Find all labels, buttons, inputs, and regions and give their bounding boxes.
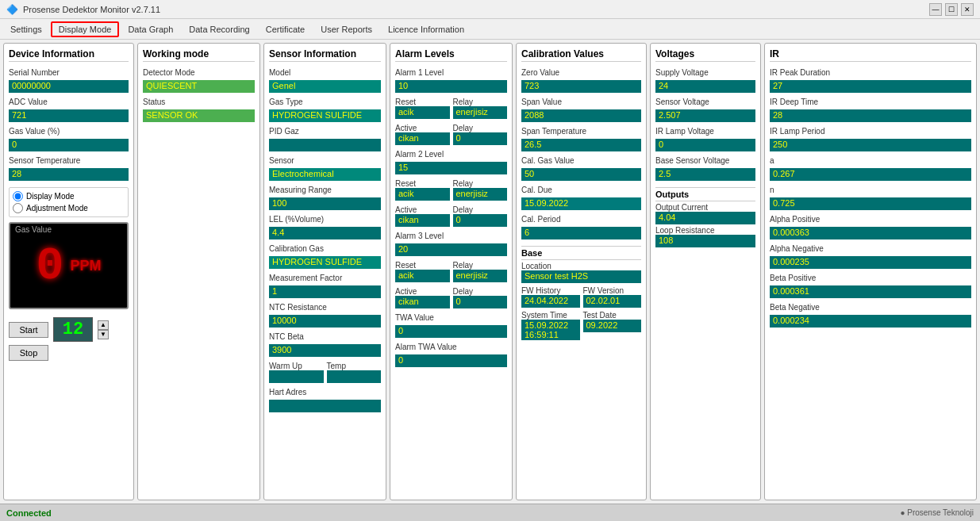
calib-values-title: Calibration Values <box>521 48 641 62</box>
stop-button[interactable]: Stop <box>9 345 48 361</box>
adc-value-label: ADC Value <box>9 98 129 106</box>
beta-positive-value: 0.000361 <box>770 285 971 298</box>
alarm2-delay-label: Delay <box>453 205 508 214</box>
hart-adres-value <box>269 400 381 412</box>
menu-licence[interactable]: Licence Information <box>381 22 471 36</box>
alarm-levels-panel: Alarm Levels Alarm 1 Level 10 Reset acik… <box>390 43 513 500</box>
sensor-label: Sensor <box>269 156 381 165</box>
gas-digit: 0 <box>37 240 64 292</box>
counter-up[interactable]: ▲ <box>98 320 109 330</box>
alarm3-value: 20 <box>395 243 507 256</box>
ir-peak-duration-label: IR Peak Duration <box>770 68 971 77</box>
alarm3-reset-relay-row: Reset acik Relay enerjisiz <box>395 259 507 282</box>
outputs-title: Outputs <box>655 190 755 201</box>
sensor-info-title: Sensor Information <box>269 48 381 62</box>
measuring-range-value: 100 <box>269 197 381 210</box>
alarm3-active-value: cikan <box>395 296 450 308</box>
alarm1-label: Alarm 1 Level <box>395 68 507 77</box>
alpha-negative-label: Alpha Negative <box>770 244 971 253</box>
adjustment-mode-radio[interactable]: Adjustment Mode <box>13 203 125 213</box>
calib-gas-value: HYDROGEN SULFIDE <box>269 256 381 269</box>
ir-lamp-voltage-label: IR Lamp Voltage <box>655 127 755 136</box>
cal-period-value: 6 <box>521 227 641 239</box>
counter-down[interactable]: ▼ <box>98 330 109 339</box>
alarm3-delay-value: 0 <box>453 296 508 308</box>
cal-due-label: Cal. Due <box>521 186 641 194</box>
ir-peak-duration-value: 27 <box>770 80 971 93</box>
alarm-levels-title: Alarm Levels <box>395 48 507 62</box>
alarm1-reset-label: Reset <box>395 98 450 106</box>
calib-values-panel: Calibration Values Zero Value 723 Span V… <box>516 43 647 500</box>
alarm2-active-delay-row: Active cikan Delay 0 <box>395 204 507 227</box>
alarm1-delay-label: Delay <box>453 124 508 132</box>
meas-factor-value: 1 <box>269 285 381 298</box>
base-sensor-voltage-label: Base Sensor Voltage <box>655 156 755 165</box>
menu-settings[interactable]: Settings <box>3 22 49 36</box>
menu-data-graph[interactable]: Data Graph <box>121 22 180 36</box>
base-title: Base <box>521 248 641 260</box>
cal-gas-value: 50 <box>521 168 641 181</box>
beta-negative-value: 0.000234 <box>770 315 971 328</box>
window-controls: — ☐ ✕ <box>929 3 974 16</box>
minimize-button[interactable]: — <box>929 3 942 16</box>
model-label: Model <box>269 68 381 77</box>
location-value: Sensor test H2S <box>521 270 641 283</box>
counter-display: 12 <box>53 317 93 342</box>
device-info-panel: Device Information Serial Number 0000000… <box>3 43 134 500</box>
gas-type-value: HYDROGEN SULFIDE <box>269 109 381 122</box>
menu-display-mode[interactable]: Display Mode <box>51 21 120 37</box>
gas-display-panel: Gas Value 0 PPM <box>9 222 129 309</box>
alpha-positive-value: 0.000363 <box>770 227 971 239</box>
working-mode-panel: Working mode Detector Mode QUIESCENT Sta… <box>137 43 260 500</box>
span-temp-label: Span Temperature <box>521 127 641 136</box>
counter-spinners: ▲ ▼ <box>98 320 109 339</box>
alarm1-delay-value: 0 <box>453 132 508 145</box>
twa-value: 0 <box>395 325 507 338</box>
maximize-button[interactable]: ☐ <box>945 3 958 16</box>
alarm2-reset-label: Reset <box>395 179 450 188</box>
cal-gas-value-label: Cal. Gas Value <box>521 156 641 165</box>
close-button[interactable]: ✕ <box>961 3 974 16</box>
span-value-label: Span Value <box>521 98 641 106</box>
fw-version-value: 02.02.01 <box>583 295 642 308</box>
gas-unit: PPM <box>70 258 101 274</box>
detector-mode-label: Detector Mode <box>143 68 255 77</box>
main-content: Device Information Serial Number 0000000… <box>0 40 980 504</box>
app-icon: 🔷 <box>6 4 18 15</box>
n-label: n <box>770 186 971 194</box>
ir-lamp-period-value: 250 <box>770 139 971 151</box>
start-button[interactable]: Start <box>9 322 48 338</box>
alarm3-active-delay-row: Active cikan Delay 0 <box>395 285 507 308</box>
display-mode-radio[interactable]: Display Mode <box>13 191 125 201</box>
alarm2-relay-value: enerjisiz <box>453 188 508 201</box>
location-label: Location <box>521 262 641 270</box>
output-current-label: Output Current <box>655 203 755 212</box>
adc-value: 721 <box>9 109 129 122</box>
working-mode-title: Working mode <box>143 48 255 62</box>
alarm1-reset-value: acik <box>395 106 450 119</box>
warm-up-value <box>269 370 324 383</box>
gas-type-label: Gas Type <box>269 98 381 106</box>
alpha-positive-label: Alpha Positive <box>770 215 971 224</box>
gas-display-label: Gas Value <box>15 225 52 234</box>
sensor-voltage-label: Sensor Voltage <box>655 98 755 106</box>
voltages-panel: Voltages Supply Voltage 24 Sensor Voltag… <box>650 43 761 500</box>
voltages-title: Voltages <box>655 48 755 62</box>
temp-value <box>327 370 382 383</box>
temp-label: Temp <box>327 362 382 370</box>
menu-certificate[interactable]: Certificate <box>259 22 313 36</box>
menu-data-recording[interactable]: Data Recording <box>182 22 256 36</box>
a-label: a <box>770 156 971 165</box>
cal-due-value: 15.09.2022 <box>521 197 641 210</box>
ntc-beta-label: NTC Beta <box>269 332 381 341</box>
a-value: 0.267 <box>770 168 971 181</box>
serial-number-value: 00000000 <box>9 80 129 93</box>
loop-resistance-value: 108 <box>655 235 755 247</box>
alarm3-delay-label: Delay <box>453 287 508 296</box>
alarm1-relay-label: Relay <box>453 98 508 106</box>
span-temp-value: 26.5 <box>521 139 641 151</box>
alarm-twa-value-label: Alarm TWA Value <box>395 343 507 351</box>
span-value: 2088 <box>521 109 641 122</box>
sensor-voltage-value: 2.507 <box>655 109 755 122</box>
menu-user-reports[interactable]: User Reports <box>313 22 379 36</box>
